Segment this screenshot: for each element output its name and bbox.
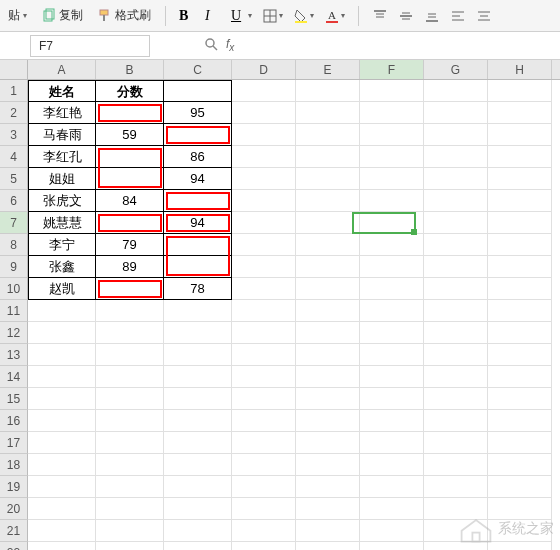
cell-F3[interactable] <box>360 124 424 146</box>
cell-G16[interactable] <box>424 410 488 432</box>
cell-A22[interactable] <box>28 542 96 550</box>
row-header[interactable]: 4 <box>0 146 28 168</box>
cell-H8[interactable] <box>488 234 552 256</box>
cell-A1[interactable]: 姓名 <box>28 80 96 102</box>
cell-F16[interactable] <box>360 410 424 432</box>
fx-icon[interactable] <box>204 37 220 53</box>
cell-E15[interactable] <box>296 388 360 410</box>
cell-A17[interactable] <box>28 432 96 454</box>
cell-B16[interactable] <box>96 410 164 432</box>
cell-G12[interactable] <box>424 322 488 344</box>
cell-A11[interactable] <box>28 300 96 322</box>
cell-B12[interactable] <box>96 322 164 344</box>
cell-G7[interactable] <box>424 212 488 234</box>
cell-F6[interactable] <box>360 190 424 212</box>
cell-E14[interactable] <box>296 366 360 388</box>
cell-A2[interactable]: 李红艳 <box>28 102 96 124</box>
cell-A10[interactable]: 赵凯 <box>28 278 96 300</box>
cell-H12[interactable] <box>488 322 552 344</box>
cell-B7[interactable] <box>96 212 164 234</box>
cell-F21[interactable] <box>360 520 424 542</box>
cell-B11[interactable] <box>96 300 164 322</box>
cell-E10[interactable] <box>296 278 360 300</box>
cell-F19[interactable] <box>360 476 424 498</box>
cell-A4[interactable]: 李红孔 <box>28 146 96 168</box>
cell-G17[interactable] <box>424 432 488 454</box>
cell-D7[interactable] <box>232 212 296 234</box>
cell-A7[interactable]: 姚慧慧 <box>28 212 96 234</box>
cell-A12[interactable] <box>28 322 96 344</box>
cell-C21[interactable] <box>164 520 232 542</box>
row-header[interactable]: 3 <box>0 124 28 146</box>
cell-C9[interactable] <box>164 256 232 278</box>
borders-button[interactable]: ▾ <box>259 6 286 26</box>
cell-B17[interactable] <box>96 432 164 454</box>
copy-button[interactable]: 复制 <box>37 5 87 26</box>
row-header[interactable]: 15 <box>0 388 28 410</box>
col-header-A[interactable]: A <box>28 60 96 79</box>
cell-E21[interactable] <box>296 520 360 542</box>
cell-E18[interactable] <box>296 454 360 476</box>
cell-G9[interactable] <box>424 256 488 278</box>
cell-D21[interactable] <box>232 520 296 542</box>
cell-H15[interactable] <box>488 388 552 410</box>
cell-E1[interactable] <box>296 80 360 102</box>
row-header[interactable]: 5 <box>0 168 28 190</box>
cell-B1[interactable]: 分数 <box>96 80 164 102</box>
row-header[interactable]: 18 <box>0 454 28 476</box>
cell-F20[interactable] <box>360 498 424 520</box>
cell-F9[interactable] <box>360 256 424 278</box>
cell-A19[interactable] <box>28 476 96 498</box>
cell-C19[interactable] <box>164 476 232 498</box>
cell-H7[interactable] <box>488 212 552 234</box>
cell-C22[interactable] <box>164 542 232 550</box>
cell-G19[interactable] <box>424 476 488 498</box>
col-header-E[interactable]: E <box>296 60 360 79</box>
cell-D18[interactable] <box>232 454 296 476</box>
cell-G11[interactable] <box>424 300 488 322</box>
formula-input[interactable] <box>240 38 440 52</box>
cell-D9[interactable] <box>232 256 296 278</box>
cell-D15[interactable] <box>232 388 296 410</box>
row-header[interactable]: 21 <box>0 520 28 542</box>
row-header[interactable]: 10 <box>0 278 28 300</box>
cell-H5[interactable] <box>488 168 552 190</box>
cell-E9[interactable] <box>296 256 360 278</box>
cell-A21[interactable] <box>28 520 96 542</box>
select-all-corner[interactable] <box>0 60 28 79</box>
cell-D20[interactable] <box>232 498 296 520</box>
cell-D3[interactable] <box>232 124 296 146</box>
cell-D6[interactable] <box>232 190 296 212</box>
cell-C17[interactable] <box>164 432 232 454</box>
cell-A20[interactable] <box>28 498 96 520</box>
cell-F15[interactable] <box>360 388 424 410</box>
col-header-F[interactable]: F <box>360 60 424 79</box>
cell-G15[interactable] <box>424 388 488 410</box>
cell-B4[interactable] <box>96 146 164 168</box>
cell-A8[interactable]: 李宁 <box>28 234 96 256</box>
cell-G1[interactable] <box>424 80 488 102</box>
paste-button[interactable]: 贴 ▾ <box>4 5 31 26</box>
cell-D22[interactable] <box>232 542 296 550</box>
cell-B8[interactable]: 79 <box>96 234 164 256</box>
cell-D16[interactable] <box>232 410 296 432</box>
cell-G5[interactable] <box>424 168 488 190</box>
cell-H11[interactable] <box>488 300 552 322</box>
cell-F17[interactable] <box>360 432 424 454</box>
cell-F18[interactable] <box>360 454 424 476</box>
cell-C10[interactable]: 78 <box>164 278 232 300</box>
cell-C14[interactable] <box>164 366 232 388</box>
cell-D2[interactable] <box>232 102 296 124</box>
spreadsheet-grid[interactable]: A B C D E F G H 1姓名分数2李红艳953马春雨594李红孔865… <box>0 60 560 550</box>
col-header-D[interactable]: D <box>232 60 296 79</box>
cell-D4[interactable] <box>232 146 296 168</box>
align-left-button[interactable] <box>447 6 469 26</box>
cell-A15[interactable] <box>28 388 96 410</box>
row-header[interactable]: 22 <box>0 542 28 550</box>
row-header[interactable]: 20 <box>0 498 28 520</box>
cell-H2[interactable] <box>488 102 552 124</box>
cell-F1[interactable] <box>360 80 424 102</box>
cell-B15[interactable] <box>96 388 164 410</box>
row-header[interactable]: 13 <box>0 344 28 366</box>
cell-H17[interactable] <box>488 432 552 454</box>
